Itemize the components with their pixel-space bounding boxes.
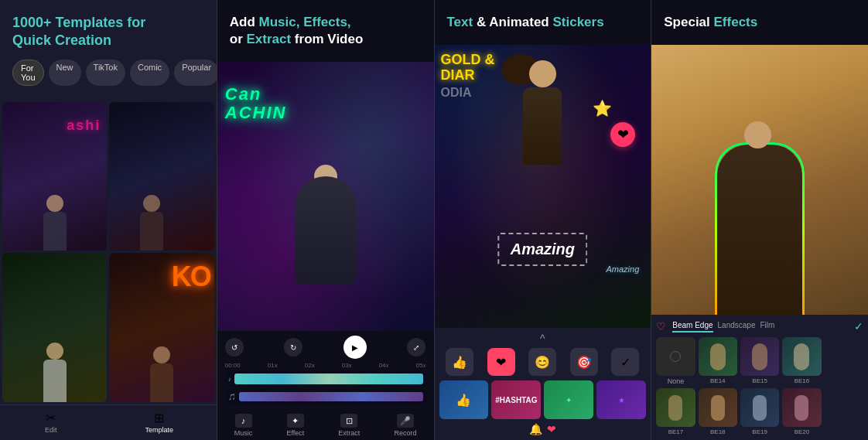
panel-2-title: Add Music, Effects, or Extract from Vide… [230,14,422,48]
apply-check-icon[interactable]: ✓ [854,320,863,333]
music-tool[interactable]: ♪ Music [234,414,253,437]
edit-icon: ✂ [43,411,59,424]
highlight-extract: Extract [246,32,291,46]
tab-tiktok[interactable]: TikTok [86,60,125,86]
target-sticker-icon[interactable]: 🎯 [570,348,598,376]
be17-preview [656,388,695,427]
template-cell-3[interactable] [2,253,107,402]
time-labels: 00:00 01x 02x 03x 04x 05x [225,362,426,369]
panel-templates: 1000+ Templates forQuick Creation For Yo… [0,0,217,440]
tab-comic[interactable]: Comic [130,60,169,86]
be18-preview [699,388,737,427]
undo-button[interactable]: ↺ [225,338,244,356]
effect-be14[interactable]: BE14 [699,337,737,385]
none-thumb [656,337,695,376]
dancer-figure [295,176,357,285]
sticker-tools: ^ 👍 ❤ 😊 🎯 ✓ 👍 #HASHTAG ✦ ★ 🔔 ❤ [435,328,651,440]
tab-popular[interactable]: Popular [174,60,217,86]
sticker-cell-2[interactable]: #HASHTAG [491,380,541,419]
be15-figure [752,343,767,370]
be15-label: BE15 [752,377,767,384]
sticker-cell-1[interactable]: 👍 [439,380,489,419]
template-cell-2[interactable] [109,102,214,251]
be19-preview [740,388,779,427]
effect-be18[interactable]: BE18 [699,388,737,435]
amazing-text-overlay[interactable]: Amazing [498,233,587,266]
effect-none[interactable]: None [656,337,695,385]
template-label: Template [145,426,173,434]
playback-controls: ↺ ↻ ▶ ⤢ [225,336,426,359]
be14-label: BE14 [710,377,726,384]
girl-body [523,87,562,165]
effect-be15[interactable]: BE15 [740,337,779,385]
be15-preview [740,337,779,376]
person-2 [140,195,163,251]
fullscreen-button[interactable]: ⤢ [407,338,425,356]
face-sticker-icon[interactable]: 😊 [528,348,556,376]
panel-4-title: Special Effects [664,14,856,31]
be20-label: BE20 [795,428,810,435]
be18-figure [711,395,725,421]
favorites-icon[interactable]: ♡ [656,320,666,333]
tab-for-you[interactable]: For You [12,60,44,86]
effect-tool[interactable]: ✦ Effect [286,414,304,437]
play-button[interactable]: ▶ [343,336,367,359]
template-button[interactable]: ⊞ Template [145,411,173,434]
template-grid: ashi KO [0,100,217,404]
person-1 [43,195,67,251]
panel-music-effects: Add Music, Effects, or Extract from Vide… [217,0,435,440]
be16-label: BE16 [795,377,810,384]
neon-overlay-1: ashi [67,118,101,134]
effect-be19[interactable]: BE19 [740,388,779,435]
time-0: 00:00 [225,362,241,369]
panel-4-header: Special Effects [651,0,868,45]
sticker-4-content: ★ [596,380,646,419]
effect-be16[interactable]: BE16 [782,337,821,385]
time-3: 03x [342,362,352,369]
be14-thumb [699,337,737,376]
special-word: Special [664,15,713,29]
model-figure [717,145,802,315]
neon-sign: CanACHIN [225,85,287,122]
template-cell-1[interactable]: ashi [2,102,107,251]
sticker-cell-3[interactable]: ✦ [544,380,593,419]
be17-label: BE17 [668,428,684,435]
panel-stickers: Text & Animated Stickers GOLD &DIAR ODIA… [435,0,652,440]
panel-3-title: Text & Animated Stickers [447,14,639,31]
be18-label: BE18 [710,428,726,435]
thumbsup-sticker-icon[interactable]: 👍 [446,348,473,376]
time-4: 04x [379,362,389,369]
effect-be17[interactable]: BE17 [656,388,695,435]
heart-icon-sm: ❤ [547,423,556,435]
be16-figure [794,343,809,370]
bottom-bar-1: ✂ Edit ⊞ Template [0,404,217,440]
person-3 [43,343,67,402]
tab-new[interactable]: New [49,60,81,86]
panel-2-video: CanACHIN [217,62,434,331]
panel-special-effects: Special Effects ♡ Beam Edge Landscape Fi… [651,0,868,440]
hashtag-label: #HASHTAG [491,380,541,419]
sticker-cell-4[interactable]: ★ [596,380,646,419]
be19-figure [753,395,767,421]
record-tool[interactable]: 🎤 Record [394,414,416,437]
sticker-3-content: ✦ [544,380,593,419]
tabs-row: For You New TikTok Comic Popular [12,60,204,86]
be20-thumb [782,388,821,427]
redo-button[interactable]: ↻ [284,338,302,356]
tab-film[interactable]: Film [760,319,774,333]
effect-be20[interactable]: BE20 [782,388,821,435]
panel-1-title: 1000+ Templates forQuick Creation [12,14,204,50]
check-sticker-icon[interactable]: ✓ [611,348,639,376]
template-cell-4[interactable]: KO [109,253,214,402]
chevron-up-icon[interactable]: ^ [439,333,647,345]
time-1: 01x [268,362,278,369]
bell-icon: 🔔 [529,423,542,435]
extract-icon: ⊡ [340,414,357,428]
tab-landscape[interactable]: Landscape [718,319,756,333]
edit-button[interactable]: ✂ Edit [43,411,59,434]
extract-tool[interactable]: ⊡ Extract [338,414,360,437]
be17-thumb [656,388,695,427]
girl-figure [507,60,577,184]
heart-sticker-icon[interactable]: ❤ [487,348,515,376]
tab-beam-edge[interactable]: Beam Edge [672,319,713,333]
